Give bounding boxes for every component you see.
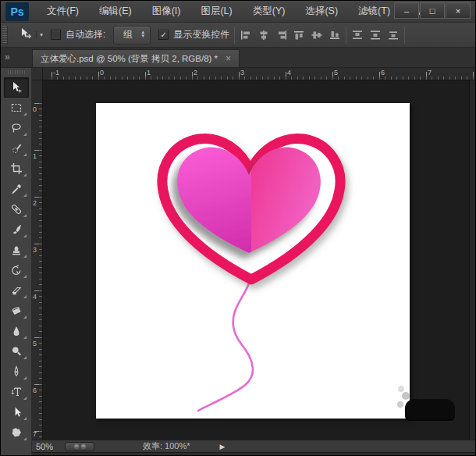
pen-tool[interactable]	[4, 362, 29, 382]
show-transform-checkbox[interactable]: ✓	[158, 30, 169, 40]
show-transform-label: 显示变换控件	[173, 28, 229, 41]
divider	[404, 27, 405, 44]
ruler-tick-label: 4	[33, 293, 37, 301]
custom-shape-tool[interactable]	[4, 422, 29, 443]
document-canvas[interactable]	[96, 103, 410, 419]
menu-image[interactable]: 图像(I)	[142, 5, 191, 18]
group-dropdown-value: 组	[123, 28, 133, 41]
auto-select-checkbox[interactable]	[51, 30, 61, 40]
clone-stamp-tool[interactable]	[4, 240, 29, 260]
move-tool-preset[interactable]: ▾	[16, 26, 46, 44]
divider	[234, 27, 235, 44]
ruler-tick-label: 1	[147, 69, 151, 77]
window-bottom-strip	[32, 452, 475, 456]
ruler-tick-label: 4	[287, 69, 291, 77]
ruler-tick-label: 7	[33, 430, 37, 438]
ruler-tick-label: 6	[33, 387, 37, 394]
align-horizontal-centers-icon[interactable]	[258, 30, 270, 41]
ruler-tick-label: 6	[381, 69, 385, 77]
path-selection-tool[interactable]	[4, 402, 29, 422]
tools-grip-handle[interactable]	[8, 70, 25, 74]
auto-select-group-dropdown[interactable]: 组 ▲▼	[113, 26, 151, 45]
photoshop-window: Ps 文件(F) 编辑(E) 图像(I) 图层(L) 类型(Y) 选择(S) 滤…	[0, 0, 476, 456]
pasteboard	[43, 80, 475, 440]
maximize-button[interactable]: □	[420, 2, 445, 19]
ruler-tick-label: -1	[53, 69, 59, 77]
menu-filter[interactable]: 滤镜(T)	[348, 5, 400, 18]
rectangular-marquee-tool[interactable]	[4, 98, 29, 118]
document-tab[interactable]: 立体爱心.psd @ 50% (背景 拷贝 2, RGB/8) * ×	[32, 49, 240, 67]
vertical-ruler[interactable]: 0 1 2 3 4 5 6 7	[32, 80, 43, 440]
brush-tool[interactable]	[4, 219, 29, 240]
eraser-tool[interactable]	[4, 280, 29, 301]
ruler-tick-label: 5	[334, 69, 338, 77]
ruler-tick-label: 1	[33, 152, 37, 160]
tool-preset-dropdown-icon[interactable]: ▾	[36, 31, 43, 38]
align-left-edges-icon[interactable]	[240, 30, 252, 41]
close-button[interactable]: ×	[446, 2, 471, 19]
blur-tool[interactable]	[4, 321, 29, 341]
options-grip-handle[interactable]	[2, 26, 8, 45]
move-tool[interactable]	[4, 77, 29, 98]
photoshop-logo: Ps	[5, 2, 29, 21]
document-title: 立体爱心.psd @ 50% (背景 拷贝 2, RGB/8) *	[41, 53, 218, 65]
ruler-tick-label: 2	[33, 199, 37, 207]
ruler-tick-label: 2	[194, 69, 197, 77]
expand-panels-icon[interactable]: »	[1, 52, 32, 67]
status-options-icon[interactable]	[65, 442, 94, 451]
move-tool-icon	[19, 27, 33, 42]
ruler-tick-label: 7	[428, 69, 432, 77]
gradient-tool[interactable]	[4, 301, 29, 321]
panel-edge	[469, 80, 475, 440]
history-brush-tool[interactable]	[4, 260, 29, 280]
dropdown-updown-icon: ▲▼	[140, 30, 145, 39]
quick-selection-tool[interactable]	[4, 138, 29, 159]
distribute-top-edges-icon[interactable]	[351, 30, 364, 41]
dodge-tool[interactable]	[4, 341, 29, 362]
ruler-tick-label: 3	[33, 246, 37, 254]
menu-file[interactable]: 文件(F)	[37, 5, 89, 18]
horizontal-ruler[interactable]: -1 0 1 2 3 4 5 6 7	[43, 68, 475, 80]
align-top-edges-icon[interactable]	[293, 30, 305, 41]
divider	[346, 27, 346, 44]
document-tab-bar: » 立体爱心.psd @ 50% (背景 拷贝 2, RGB/8) * ×	[1, 48, 475, 68]
status-bar: 50% 效率: 100%* ▶	[32, 440, 475, 452]
watermark-shape	[405, 399, 455, 419]
tool-options-bar: ▾ 自动选择: 组 ▲▼ ✓ 显示变换控件	[1, 23, 475, 48]
align-right-edges-icon[interactable]	[275, 30, 288, 41]
ruler-origin-corner[interactable]	[32, 68, 43, 80]
tab-close-icon[interactable]: ×	[226, 53, 231, 64]
spot-healing-brush-tool[interactable]	[4, 199, 29, 219]
align-vertical-centers-icon[interactable]	[311, 30, 323, 41]
menu-edit[interactable]: 编辑(E)	[89, 5, 142, 18]
balloon-string	[198, 278, 253, 411]
auto-select-label: 自动选择:	[66, 28, 105, 41]
tools-panel	[1, 68, 32, 456]
ruler-tick-label: 5	[33, 340, 37, 347]
type-tool[interactable]	[4, 382, 29, 402]
lasso-tool[interactable]	[4, 118, 29, 138]
status-menu-arrow-icon[interactable]: ▶	[220, 443, 226, 451]
menu-select[interactable]: 选择(S)	[295, 5, 348, 18]
align-bottom-edges-icon[interactable]	[329, 30, 341, 41]
efficiency-indicator: 效率: 100%*	[143, 440, 190, 452]
menu-bar: Ps 文件(F) 编辑(E) 图像(I) 图层(L) 类型(Y) 选择(S) 滤…	[1, 1, 475, 23]
heart-artwork	[96, 103, 410, 419]
minimize-button[interactable]: –	[394, 2, 419, 19]
crop-tool[interactable]	[4, 159, 29, 179]
eyedropper-tool[interactable]	[4, 179, 29, 199]
distribute-bottom-edges-icon[interactable]	[387, 30, 400, 41]
menu-layer[interactable]: 图层(L)	[190, 5, 242, 18]
distribute-vertical-centers-icon[interactable]	[369, 30, 382, 41]
ruler-tick-label: 3	[240, 69, 244, 77]
ruler-tick-label: 0	[100, 69, 104, 77]
menu-type[interactable]: 类型(Y)	[243, 5, 296, 18]
ruler-tick-label: 0	[33, 105, 37, 113]
zoom-level-field[interactable]: 50%	[32, 442, 62, 451]
